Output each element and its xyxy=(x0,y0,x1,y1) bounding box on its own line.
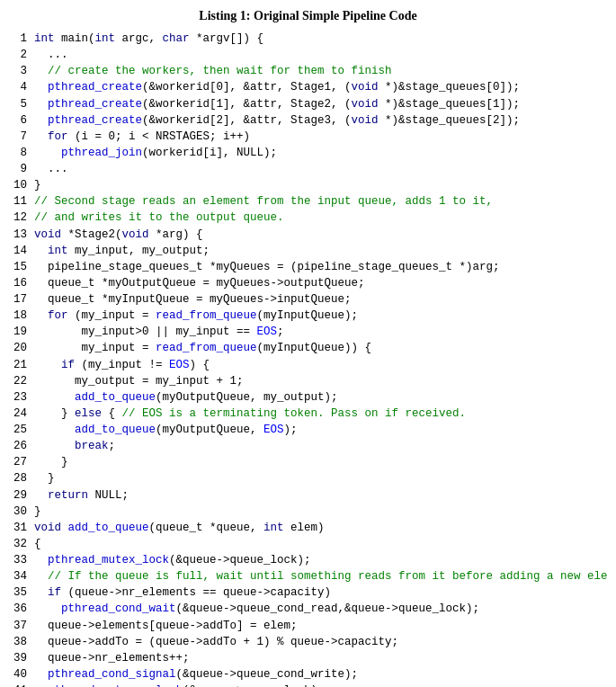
code-line: int my_input, my_output; xyxy=(34,243,607,259)
code-line: } xyxy=(34,454,607,470)
code-segment: for xyxy=(48,309,68,322)
code-line: } else { // EOS is a terminating token. … xyxy=(34,406,607,422)
line-number: 1 xyxy=(9,31,27,47)
line-number: 11 xyxy=(9,193,27,210)
code-segment: (myOutputQueue, my_output); xyxy=(156,391,338,404)
code-segment: // If the queue is full, wait until some… xyxy=(34,570,607,583)
code-line: for (my_input = read_from_queue(myInputQ… xyxy=(34,308,607,324)
code-segment: (&workerid[1], &attr, Stage2, ( xyxy=(142,98,352,111)
code-line: return NULL; xyxy=(34,487,607,504)
code-line: queue_t *myInputQueue = myQueues->inputQ… xyxy=(34,291,607,308)
code-segment: void xyxy=(122,228,149,241)
code-line: // and writes it to the output queue. xyxy=(34,210,607,226)
code-line: queue->elements[queue->addTo] = elem; xyxy=(34,618,607,634)
code-line: pthread_cond_signal(&queue->queue_cond_w… xyxy=(34,666,607,683)
code-segment: (workerid[i], NULL); xyxy=(142,147,277,159)
line-number: 16 xyxy=(9,275,27,291)
code-segment: add_to_queue xyxy=(34,391,156,404)
code-segment xyxy=(34,309,48,322)
code-line: ... xyxy=(34,47,607,63)
code-segment: break xyxy=(75,440,109,452)
code-line: my_input>0 || my_input == EOS; xyxy=(34,324,607,340)
line-number: 38 xyxy=(9,634,27,650)
code-segment: return xyxy=(48,489,88,502)
code-segment: EOS xyxy=(263,424,284,436)
line-numbers: 1234567891011121314151617181920212223242… xyxy=(9,31,34,687)
line-number: 3 xyxy=(9,63,27,79)
code-segment: ; xyxy=(277,326,284,338)
code-line: my_output = my_input + 1; xyxy=(34,373,607,389)
line-number: 22 xyxy=(9,373,27,389)
code-segment: char xyxy=(163,32,190,45)
line-number: 32 xyxy=(9,536,27,552)
code-line: pthread_mutex_lock(&queue->queue_lock); xyxy=(34,552,607,568)
line-number: 20 xyxy=(9,340,27,356)
code-segment xyxy=(34,440,75,452)
code-segment: void xyxy=(352,98,379,111)
code-segment: queue_t *myOutputQueue = myQueues->outpu… xyxy=(34,277,365,290)
code-segment: (&workerid[0], &attr, Stage1, ( xyxy=(142,81,352,94)
line-number: 14 xyxy=(9,243,27,259)
code-segment: ... xyxy=(34,49,68,61)
line-number: 2 xyxy=(9,47,27,63)
code-line: queue->addTo = (queue->addTo + 1) % queu… xyxy=(34,634,607,650)
line-number: 19 xyxy=(9,324,27,340)
line-number: 33 xyxy=(9,552,27,568)
code-segment: NULL; xyxy=(88,489,129,502)
line-number: 30 xyxy=(9,504,27,520)
code-segment: EOS xyxy=(257,326,278,338)
code-segment: pthread_cond_signal xyxy=(34,668,176,681)
code-line: pthread_cond_wait(&queue->queue_cond_rea… xyxy=(34,601,607,617)
code-line: void *Stage2(void *arg) { xyxy=(34,227,607,243)
code-line: queue_t *myOutputQueue = myQueues->outpu… xyxy=(34,275,607,291)
line-number: 21 xyxy=(9,357,27,373)
line-number: 41 xyxy=(9,683,27,687)
code-segment: pthread_create xyxy=(34,114,142,127)
code-segment: (i = 0; i < NRSTAGES; i++) xyxy=(68,130,251,143)
code-segment xyxy=(34,586,48,599)
code-line: // If the queue is full, wait until some… xyxy=(34,568,607,584)
code-segment: int xyxy=(34,32,55,45)
code-segment: *)&stage_queues[0]); xyxy=(379,81,521,94)
code-segment: queue_t *myInputQueue = myQueues->inputQ… xyxy=(34,293,352,306)
code-segment xyxy=(61,522,68,534)
line-number: 28 xyxy=(9,470,27,486)
code-segment: void xyxy=(352,81,379,94)
code-segment: queue->addTo = (queue->addTo + 1) % queu… xyxy=(34,636,398,648)
code-segment: EOS xyxy=(169,359,190,371)
line-number: 8 xyxy=(9,145,27,161)
code-segment: queue->elements[queue->addTo] = elem; xyxy=(34,620,298,632)
code-segment: (&queue->queue_cond_write); xyxy=(176,668,359,681)
code-line: my_input = read_from_queue(myInputQueue)… xyxy=(34,340,607,356)
code-line: { xyxy=(34,536,607,552)
line-number: 26 xyxy=(9,438,27,454)
line-number: 27 xyxy=(9,454,27,470)
code-segment: else xyxy=(75,407,102,420)
line-number: 31 xyxy=(9,520,27,536)
listing-title: Listing 1: Original Simple Pipeline Code xyxy=(0,9,616,23)
code-segment: queue->nr_elements++; xyxy=(34,652,190,665)
code-segment: ) { xyxy=(190,359,210,371)
code-segment: (my_input != xyxy=(75,359,169,371)
code-segment: void xyxy=(34,228,61,241)
code-segment: } xyxy=(34,472,55,485)
line-number: 7 xyxy=(9,129,27,145)
code-segment: for xyxy=(48,130,68,143)
code-segment: ; xyxy=(109,440,116,452)
code-segment: *)&stage_queues[2]); xyxy=(379,114,521,127)
line-number: 17 xyxy=(9,291,27,308)
code-line: add_to_queue(myOutputQueue, EOS); xyxy=(34,422,607,438)
line-number: 12 xyxy=(9,210,27,226)
code-segment: pthread_join xyxy=(34,147,142,159)
code-segment: // Second stage reads an element from th… xyxy=(34,195,493,208)
code-segment: pthread_create xyxy=(34,81,142,94)
code-segment: pthread_create xyxy=(34,98,142,111)
code-segment: *argv[]) { xyxy=(190,32,264,45)
code-segment: int xyxy=(48,245,68,257)
code-segment xyxy=(34,489,48,502)
line-number: 23 xyxy=(9,389,27,406)
code-line: add_to_queue(myOutputQueue, my_output); xyxy=(34,389,607,406)
code-line: // create the workers, then wait for the… xyxy=(34,63,607,79)
code-segment: elem) xyxy=(284,522,325,534)
code-segment: if xyxy=(61,359,75,371)
